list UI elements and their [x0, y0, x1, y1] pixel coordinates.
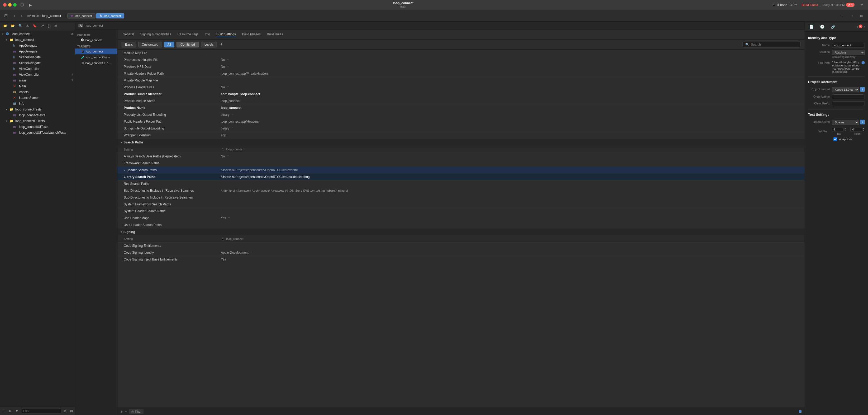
sidebar-item-appdelegate-m[interactable]: m AppDelegate [0, 49, 75, 54]
rp-tab-down-btn[interactable]: ▼ [844, 129, 846, 132]
project-title-group: loop_connect main [393, 1, 413, 8]
rp-org-input[interactable] [832, 94, 865, 99]
target-item-tests[interactable]: 🧪 loop_connectTests [75, 54, 117, 60]
filter-plus-btn[interactable]: + [220, 42, 223, 47]
sidebar-item-main[interactable]: m main ? [0, 77, 75, 83]
rp-file-icon[interactable]: 📄 [808, 24, 815, 29]
nav-left-btn[interactable]: ← [838, 13, 845, 19]
rp-name-input[interactable] [832, 43, 865, 48]
sidebar-item-viewcontroller-h[interactable]: h ViewController [0, 66, 75, 72]
rp-indent-info-btn[interactable]: i [860, 120, 865, 124]
section-toggle-signing[interactable]: ▾ Signing [121, 230, 135, 234]
sidebar-grid-footer-btn[interactable]: ⊞ [69, 409, 74, 413]
remove-setting-btn[interactable]: − [125, 410, 127, 414]
rp-tab-width-input[interactable] [832, 127, 843, 132]
rp-link-icon[interactable]: 🔗 [830, 24, 836, 29]
rp-tab-label: Tab [837, 132, 841, 135]
nav-right-btn[interactable]: → [848, 13, 855, 19]
rp-format-select[interactable]: Xcode 13.0-compatible [832, 87, 859, 92]
filter-combined-btn[interactable]: Combined [177, 42, 199, 47]
sidebar-folder-open-icon[interactable]: 📂 [10, 24, 16, 28]
filter-basic-btn[interactable]: Basic [122, 42, 136, 47]
sidebar-item-scenedelegate-m[interactable]: m SceneDelegate [0, 60, 75, 66]
section-signing[interactable]: ▾ Signing [117, 228, 805, 236]
back-btn[interactable]: ‹ [12, 13, 17, 19]
rp-tab-stepper-arrows: ▲ ▼ [844, 127, 846, 132]
rp-indent-select[interactable]: Spaces [832, 120, 859, 125]
sidebar-item-main-xib[interactable]: ✕ Main [0, 83, 75, 89]
sidebar-bookmark-icon[interactable]: 🔖 [32, 24, 38, 28]
sidebar-item-tests-folder[interactable]: ▾ 📁 loop_connectTests [0, 106, 75, 112]
rp-classprefix-input[interactable] [832, 101, 865, 106]
tab-resource-tags[interactable]: Resource Tags [177, 32, 198, 37]
project-name: loop_connect [393, 1, 413, 5]
close-button[interactable] [3, 3, 7, 7]
sidebar-item-uitests-m[interactable]: m loop_connectUITests [0, 124, 75, 130]
sidebar-warning-icon[interactable]: ⚠ [25, 24, 30, 28]
sidebar-snippet-icon[interactable]: { } [47, 24, 52, 28]
tab-loop-connect-m[interactable]: m loop_connect [67, 13, 95, 19]
forward-btn[interactable]: › [20, 13, 24, 19]
sidebar-item-info[interactable]: ⊞ Info [0, 101, 75, 106]
tab-build-settings[interactable]: Build Settings [216, 32, 236, 37]
tab-general[interactable]: General [123, 32, 134, 37]
table-row: Use Header Maps Yes ⌃ [117, 215, 805, 221]
table-row: Always Search User Paths (Deprecated) No… [117, 153, 805, 160]
rp-nav-left[interactable]: ‹ [857, 25, 858, 29]
sidebar-item-scenedelegate-h[interactable]: h SceneDelegate [0, 54, 75, 60]
sidebar-git-icon[interactable]: ⎇ [39, 24, 45, 28]
sidebar-filter-input[interactable] [21, 409, 61, 413]
sidebar-folder-icon[interactable]: 📁 [2, 24, 8, 28]
sidebar-grid-icon[interactable]: ⊞ [53, 24, 58, 28]
settings-icon[interactable]: ⚙ [8, 409, 13, 413]
sidebar-item-uitests-folder[interactable]: ▾ 📁 loop_connectUITests [0, 118, 75, 124]
target-item-uitests[interactable]: 🖥 loop_connectUITe... [75, 60, 117, 66]
sidebar-item-tests-m[interactable]: m loop_connectTests [0, 112, 75, 118]
tab-signing[interactable]: Signing & Capabilities [141, 32, 171, 37]
search-input[interactable] [751, 43, 798, 46]
add-setting-btn[interactable]: + [121, 410, 123, 414]
rp-close-btn[interactable]: ✕ [859, 25, 863, 29]
sidebar-item-appdelegate-h[interactable]: h AppDelegate [0, 43, 75, 49]
add-target-btn[interactable]: + [2, 409, 6, 413]
minimize-button[interactable] [8, 3, 11, 7]
tab-build-phases[interactable]: Build Phases [242, 32, 261, 37]
filter-all-btn[interactable]: All [164, 42, 175, 47]
rp-wrap-checkbox[interactable] [833, 137, 837, 141]
section-toggle-search[interactable]: ▾ Search Paths [121, 140, 144, 144]
device-selector[interactable]: 📱 iPhone 13 Pro [772, 3, 797, 7]
sidebar-item-launchscreen[interactable]: ✕ LaunchScreen [0, 95, 75, 101]
sidebar-magnify-icon[interactable]: 🔍 [18, 24, 24, 28]
rp-name-row: Name [808, 43, 865, 48]
tab-info[interactable]: Info [205, 32, 210, 37]
table-row: Wrapper Extension app [117, 132, 805, 139]
rp-nav-right[interactable]: › [864, 25, 865, 29]
target-item-loop-connect[interactable]: 📱 loop_connect [75, 49, 117, 54]
settings-scroll[interactable]: Module Map File Preprocess Info.plist Fi… [117, 50, 805, 408]
filter-icon[interactable]: ▼ [14, 409, 20, 413]
rp-clock-icon[interactable]: 🕐 [819, 24, 826, 29]
rp-format-info-btn[interactable]: i [860, 87, 865, 92]
sidebar-item-assets[interactable]: ⊞ Assets [0, 89, 75, 95]
fullscreen-button[interactable] [13, 3, 17, 7]
sidebar-option-btn[interactable]: ⊕ [63, 409, 67, 413]
layout-btn[interactable]: ⊞ [859, 13, 865, 19]
sidebar-item-loop-connect-folder[interactable]: ▾ 📁 loop_connect [0, 37, 75, 43]
filter-customized-btn[interactable]: Customized [138, 42, 162, 47]
tab-loop-connect-active[interactable]: A loop_connect [96, 13, 125, 19]
add-btn[interactable]: + [859, 2, 865, 8]
sidebar-item-viewcontroller-m[interactable]: m ViewController ? [0, 72, 75, 77]
tab-build-rules[interactable]: Build Rules [267, 32, 283, 37]
rp-location-select[interactable]: Absolute [832, 50, 865, 55]
sidebar-item-root[interactable]: ▾ 🅐 loop_connect M [0, 31, 75, 37]
rp-path-browse-btn[interactable]: ⬤ [861, 61, 865, 64]
section-search-paths[interactable]: ▾ Search Paths [117, 139, 805, 146]
filter-levels-btn[interactable]: Levels [201, 42, 217, 47]
run-button[interactable]: ▶ [27, 2, 33, 8]
sidebar-toggle-btn[interactable]: ⊟ [19, 2, 25, 8]
rp-indent-down-btn[interactable]: ▼ [863, 129, 865, 132]
rp-indent-width-input[interactable] [850, 127, 862, 132]
sidebar-toggle-icon-btn[interactable]: ⊟ [3, 13, 9, 19]
project-item-loop-connect[interactable]: 🅐 loop_connect [75, 37, 117, 43]
sidebar-item-uitests-launch[interactable]: m loop_connectUITestsLaunchTests [0, 130, 75, 135]
